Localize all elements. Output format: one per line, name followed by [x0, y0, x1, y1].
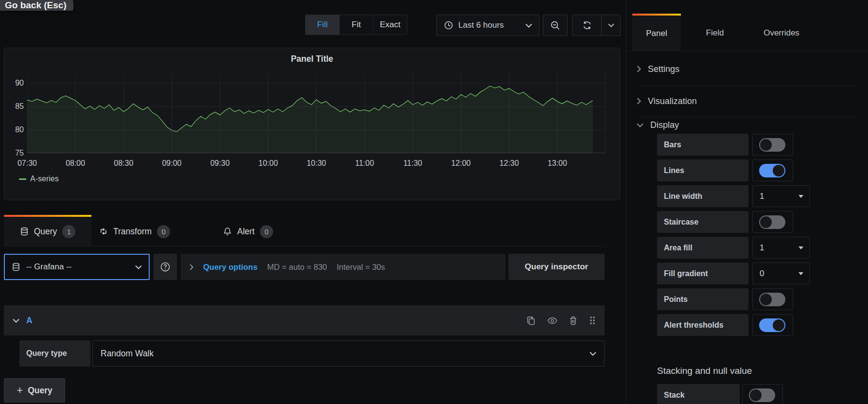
chevron-right-icon — [190, 264, 193, 270]
add-query-button[interactable]: + Query — [4, 378, 65, 403]
go-back-label: Go back (Esc) — [5, 0, 67, 11]
timeseries-chart[interactable] — [27, 74, 606, 153]
refresh-button[interactable] — [573, 15, 601, 35]
delete-query-trash-icon[interactable] — [569, 316, 577, 325]
lines-toggle[interactable] — [759, 164, 785, 177]
x-axis-tick-label: 09:30 — [205, 159, 236, 168]
clock-icon — [444, 20, 453, 30]
x-axis-tick-label: 08:30 — [108, 159, 139, 168]
query-row-header[interactable]: A — [4, 305, 605, 335]
section-visualization[interactable]: Visualization — [637, 86, 859, 117]
chevron-down-icon — [637, 123, 643, 127]
drag-handle-icon[interactable] — [589, 316, 596, 325]
time-range-picker[interactable]: Last 6 hours — [436, 15, 539, 36]
query-count-badge: 1 — [62, 225, 75, 238]
points-toggle[interactable] — [759, 293, 785, 306]
tabbar-border — [4, 246, 605, 246]
query-ref-id: A — [26, 316, 33, 326]
zoom-out-icon — [550, 20, 560, 31]
time-range-label: Last 6 hours — [458, 20, 504, 30]
tab-alert[interactable]: Alert 0 — [221, 217, 275, 246]
tab-query[interactable]: Query 1 — [4, 215, 91, 246]
option-label-staircase: Staircase — [657, 211, 748, 233]
y-axis-tick-label: 80 — [8, 125, 24, 134]
query-inspector-button[interactable]: Query inspector — [508, 254, 605, 280]
panel-title[interactable]: Panel Title — [4, 54, 620, 64]
tab-label: Panel — [646, 29, 667, 38]
query-type-select[interactable]: Random Walk — [92, 340, 605, 367]
zoom-out-button[interactable] — [543, 15, 568, 36]
x-axis-tick-label: 12:00 — [446, 159, 477, 168]
chevron-down-icon — [135, 265, 142, 269]
x-axis-tick-label: 07:30 — [12, 159, 43, 168]
size-mode-exact[interactable]: Exact — [373, 15, 407, 35]
legend-series-color-dash — [19, 178, 26, 180]
stacking-heading: Stacking and null value — [657, 366, 752, 376]
plus-icon: + — [17, 385, 23, 396]
panel-size-mode-group: Fill Fit Exact — [305, 15, 407, 35]
query-options-md: MD = auto = 830 — [267, 263, 327, 272]
database-icon — [12, 263, 20, 271]
chevron-down-icon[interactable] — [13, 318, 19, 323]
tab-label: Alert — [237, 227, 255, 237]
tab-label: Field — [706, 28, 724, 38]
chevron-down-icon — [608, 23, 614, 27]
sidebar-tab-field[interactable]: Field — [693, 16, 737, 51]
grafana-panel-editor: Go back (Esc) Fill Fit Exact Last 6 hour… — [0, 0, 868, 404]
query-row-actions — [526, 316, 596, 325]
line-width-select[interactable]: 1 — [752, 185, 810, 207]
area-fill-select[interactable]: 1 — [752, 237, 810, 259]
go-back-tooltip[interactable]: Go back (Esc) — [0, 0, 73, 11]
section-display[interactable]: Display — [637, 117, 859, 133]
x-axis-tick-label: 10:00 — [253, 159, 284, 168]
sidebar-tabbar-border — [626, 51, 868, 51]
alert-thresholds-toggle[interactable] — [759, 318, 785, 332]
refresh-interval-dropdown[interactable] — [602, 15, 620, 35]
y-axis-tick-label: 75 — [8, 149, 24, 158]
query-type-value: Random Walk — [101, 349, 154, 359]
bell-icon — [223, 227, 232, 236]
option-label-stack: Stack — [657, 384, 740, 404]
toggle-knob — [773, 319, 784, 331]
y-axis-tick-label: 90 — [8, 79, 24, 88]
bars-toggle[interactable] — [759, 138, 785, 152]
option-label-fill-gradient: Fill gradient — [657, 263, 748, 284]
fill-gradient-select[interactable]: 0 — [752, 263, 810, 284]
staircase-toggle[interactable] — [759, 215, 785, 229]
option-label-lines: Lines — [657, 159, 748, 181]
datasource-picker[interactable]: -- Grafana -- — [4, 254, 150, 280]
select-value: 0 — [760, 269, 764, 279]
stack-toggle[interactable] — [749, 388, 775, 402]
option-control-points — [752, 288, 793, 310]
tab-label: Transform — [113, 227, 152, 237]
chevron-down-icon — [799, 272, 803, 275]
option-label-area-fill: Area fill — [657, 237, 748, 259]
query-options-bar[interactable]: Query options MD = auto = 830 Interval =… — [181, 254, 505, 280]
section-settings[interactable]: Settings — [637, 53, 859, 86]
option-label-points: Points — [657, 288, 748, 310]
sidebar-tab-overrides[interactable]: Overrides — [749, 16, 814, 51]
duplicate-query-icon[interactable] — [526, 316, 536, 325]
pane-divider[interactable] — [626, 0, 626, 404]
series-area-fill — [27, 86, 593, 153]
chevron-right-icon — [637, 98, 641, 105]
query-options-interval: Interval = 30s — [337, 263, 385, 272]
x-axis-tick-label: 13:00 — [542, 159, 573, 168]
chevron-right-icon — [637, 66, 641, 72]
size-mode-fit[interactable]: Fit — [340, 15, 374, 35]
option-label-line-width: Line width — [657, 185, 748, 207]
sidebar-tab-panel[interactable]: Panel — [632, 14, 681, 51]
legend-series-label: A-series — [30, 175, 59, 183]
tab-transform[interactable]: Transform 0 — [97, 217, 172, 246]
toggle-visibility-eye-icon[interactable] — [547, 317, 557, 324]
option-label-alert-thresholds: Alert thresholds — [657, 314, 748, 336]
option-control-alert-thresholds — [752, 314, 793, 336]
x-axis-tick-label: 11:30 — [397, 159, 428, 168]
legend-item-a-series[interactable]: A-series — [19, 175, 59, 183]
query-options-link[interactable]: Query options — [203, 263, 258, 272]
size-mode-fill[interactable]: Fill — [306, 15, 340, 35]
datasource-help-button[interactable] — [154, 254, 177, 280]
chevron-down-icon — [590, 351, 596, 356]
chevron-down-icon — [525, 23, 532, 28]
tab-label: Overrides — [764, 28, 799, 38]
